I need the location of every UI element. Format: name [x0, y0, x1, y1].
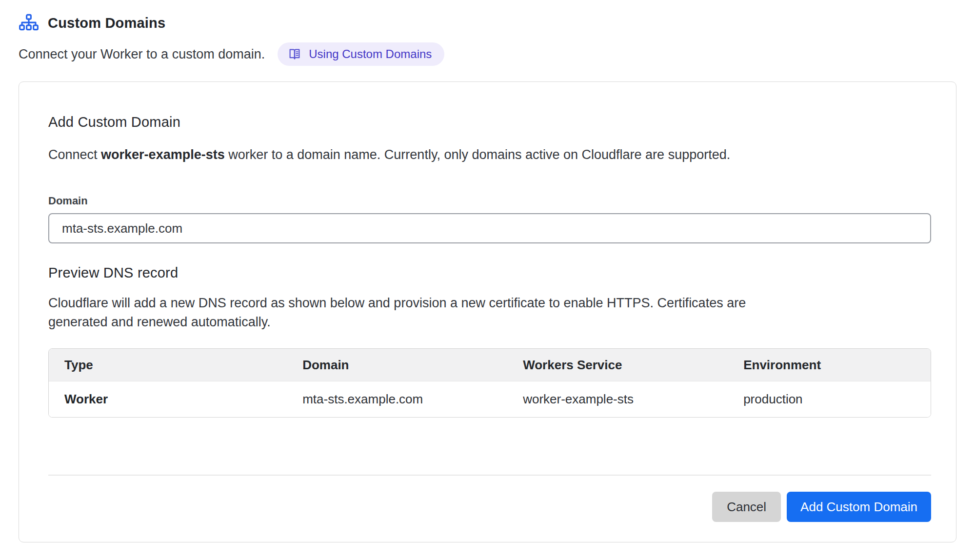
- table-header-environment: Environment: [728, 358, 931, 373]
- docs-link-badge[interactable]: Using Custom Domains: [278, 42, 444, 66]
- dns-preview-table: Type Domain Workers Service Environment …: [48, 348, 931, 418]
- row-domain-cell: mta-sts.example.com: [287, 392, 507, 407]
- card-title: Add Custom Domain: [48, 114, 926, 130]
- cancel-button[interactable]: Cancel: [712, 492, 781, 522]
- intro-suffix: worker to a domain name. Currently, only…: [225, 147, 731, 162]
- table-header-row: Type Domain Workers Service Environment: [49, 349, 931, 381]
- table-header-domain: Domain: [287, 358, 507, 373]
- table-header-workers-service: Workers Service: [507, 358, 728, 373]
- preview-dns-title: Preview DNS record: [48, 265, 926, 281]
- footer-actions: Cancel Add Custom Domain: [48, 492, 931, 522]
- open-book-icon: [287, 47, 302, 61]
- row-workers-service-cell: worker-example-sts: [507, 392, 728, 407]
- row-environment-cell: production: [728, 392, 931, 407]
- add-custom-domain-button[interactable]: Add Custom Domain: [787, 492, 931, 522]
- card-intro: Connect worker-example-sts worker to a d…: [48, 146, 926, 163]
- table-row: Worker mta-sts.example.com worker-exampl…: [49, 381, 931, 417]
- footer-divider: [48, 475, 931, 476]
- docs-link-label: Using Custom Domains: [309, 47, 432, 61]
- custom-domains-page: Custom Domains Connect your Worker to a …: [0, 0, 975, 542]
- domain-field-label: Domain: [48, 195, 926, 207]
- page-title: Custom Domains: [48, 15, 165, 31]
- preview-dns-description: Cloudflare will add a new DNS record as …: [48, 294, 770, 332]
- intro-prefix: Connect: [48, 147, 101, 162]
- sitemap-icon: [19, 14, 39, 33]
- table-header-type: Type: [49, 358, 287, 373]
- row-type-cell: Worker: [49, 392, 287, 407]
- page-subheader: Connect your Worker to a custom domain. …: [19, 42, 956, 66]
- domain-input[interactable]: [48, 213, 931, 243]
- page-subtitle: Connect your Worker to a custom domain.: [19, 47, 265, 62]
- page-header: Custom Domains: [19, 14, 956, 33]
- worker-name: worker-example-sts: [101, 147, 225, 162]
- add-custom-domain-card: Add Custom Domain Connect worker-example…: [19, 81, 956, 542]
